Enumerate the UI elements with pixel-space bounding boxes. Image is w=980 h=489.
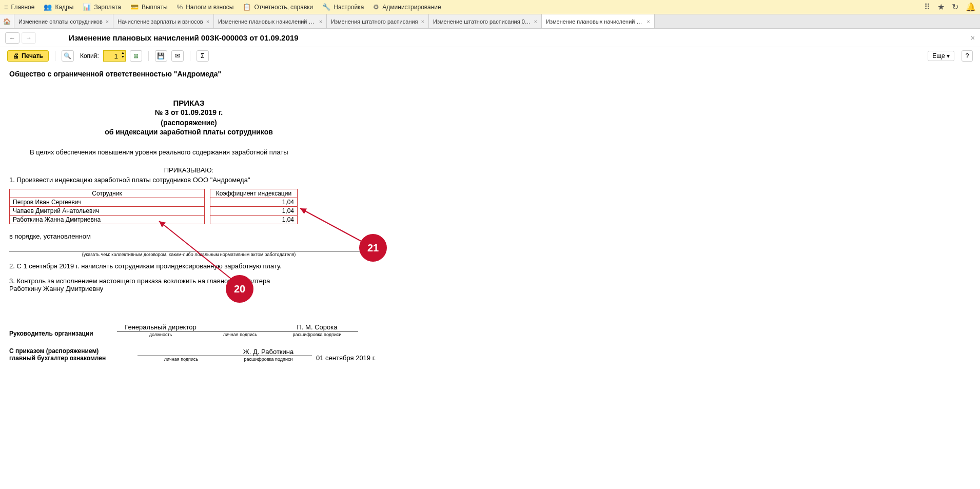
coef-cell: 1,04 <box>210 198 298 207</box>
tab-label: Изменение штатного расписания 00ЗК-00000… <box>433 18 531 25</box>
employee-cell: Чапаев Дмитрий Анатольевич <box>10 207 205 216</box>
preview-button[interactable]: 🔍 <box>62 50 74 62</box>
forward-button[interactable]: → <box>22 32 36 44</box>
sig2-name-value: Ж. Д. Работкина <box>225 348 312 356</box>
home-tab[interactable]: 🏠 <box>0 14 14 28</box>
copies-stepper[interactable]: ▲▼ <box>103 50 126 62</box>
tab-label: Изменение плановых начислений 00ЗК-00000… <box>218 18 316 25</box>
menu-label: Кадры <box>55 4 73 11</box>
menu-label: Главное <box>11 4 35 11</box>
tabs-bar: 🏠 Изменение оплаты сотрудников× Начислен… <box>0 14 980 29</box>
svg-line-0 <box>159 221 236 283</box>
mail-button[interactable]: ✉ <box>171 50 184 62</box>
document-content: Общество с ограниченной ответственностью… <box>0 65 980 367</box>
menu-label: Настройка <box>334 4 364 11</box>
separator <box>55 51 55 61</box>
printer-icon: 🖨 <box>13 52 19 60</box>
order-header: ПРИКАЗ № 3 от 01.09.2019 г. (распоряжени… <box>9 99 368 136</box>
sig-sign-line <box>204 323 276 331</box>
intro-text: В целях обеспечения повышения уровня реа… <box>9 148 971 156</box>
sig-name: П. М. Сорока расшифровка подписи <box>276 323 358 337</box>
more-button[interactable]: Еще ▾ <box>928 51 954 61</box>
close-icon[interactable]: × <box>421 18 424 25</box>
copies-label: Копий: <box>80 52 99 60</box>
tab-label: Изменение плановых начислений 00ЗК-00000… <box>546 18 644 25</box>
sig2-date: 01 сентября 2019 г. <box>312 354 394 362</box>
tab-item[interactable]: Изменение штатного расписания 00ЗК-00000… <box>429 14 542 28</box>
order-number: № 3 от 01.09.2019 г. <box>9 108 368 116</box>
menu-reports[interactable]: 📋Отчетность, справки <box>243 3 313 11</box>
tab-item[interactable]: Начисление зарплаты и взносов× <box>113 14 214 28</box>
tab-item[interactable]: Изменение плановых начислений 00ЗК-00000… <box>214 14 327 28</box>
menu-label: Зарплата <box>94 4 121 11</box>
wrench-icon: 🔧 <box>322 3 330 11</box>
document-scroll[interactable]: Общество с ограниченной ответственностью… <box>0 65 980 489</box>
bell-icon[interactable]: 🔔 <box>966 2 976 12</box>
item-1: 1. Произвести индексацию заработной плат… <box>9 176 971 184</box>
sum-button[interactable]: Σ <box>197 50 209 62</box>
menu-main[interactable]: ≡Главное <box>4 3 34 11</box>
percent-icon: % <box>177 3 183 11</box>
menu-taxes[interactable]: %Налоги и взносы <box>177 3 234 11</box>
tab-label: Изменение оплаты сотрудников <box>18 18 103 25</box>
clipboard-icon: 📋 <box>243 3 251 11</box>
employee-cell: Петров Иван Сергеевич <box>10 198 205 207</box>
nav-row: ← → Изменение плановых начислений 00ЗК-0… <box>0 29 980 47</box>
close-icon[interactable]: × <box>106 18 109 25</box>
annotation-bubble-21: 21 <box>359 234 387 262</box>
save-button[interactable]: 💾 <box>155 50 167 62</box>
sig2-label-2: главный бухгалтер ознакомлен <box>9 355 138 362</box>
order-title: ПРИКАЗ <box>9 99 368 107</box>
svg-line-1 <box>300 208 367 244</box>
menu-personnel[interactable]: 👥Кадры <box>44 3 73 11</box>
people-icon: 👥 <box>44 3 52 11</box>
close-icon[interactable]: × <box>647 18 650 25</box>
sig-position-sub: должность <box>117 332 204 337</box>
order-sub1: (распоряжение) <box>9 119 368 127</box>
sig-position: Генеральный директор должность <box>117 323 204 337</box>
sig2-label-1: С приказом (распоряжением) <box>9 347 138 355</box>
sig-sign-sub: личная подпись <box>204 332 276 337</box>
sig2-sign-line <box>138 348 225 356</box>
tab-item[interactable]: Изменения штатного расписания× <box>327 14 429 28</box>
sig2-name: Ж. Д. Работкина расшифровка подписи <box>225 348 312 362</box>
tab-item[interactable]: Изменение оплаты сотрудников× <box>14 14 113 28</box>
back-button[interactable]: ← <box>5 32 19 44</box>
help-button[interactable]: ? <box>962 50 973 62</box>
stepper-arrows[interactable]: ▲▼ <box>121 51 125 59</box>
col-employee-header: Сотрудник <box>10 189 205 198</box>
history-icon[interactable]: ↻ <box>952 2 958 12</box>
menu-label: Отчетность, справки <box>254 4 313 11</box>
tab-label: Изменения штатного расписания <box>331 18 418 25</box>
sig-sign: личная подпись <box>204 323 276 337</box>
order-word: ПРИКАЗЫВАЮ: <box>9 166 368 174</box>
sig-name-value: П. М. Сорока <box>276 323 358 331</box>
menu-admin[interactable]: ⚙Администрирование <box>373 3 441 11</box>
close-icon[interactable]: × <box>319 18 322 25</box>
sig-name-sub: расшифровка подписи <box>276 332 358 337</box>
menu-payments[interactable]: 💳Выплаты <box>130 3 168 11</box>
menu-label: Выплаты <box>142 4 168 11</box>
apps-icon[interactable]: ⠿ <box>924 2 930 12</box>
main-menu-bar: ≡Главное 👥Кадры 📊Зарплата 💳Выплаты %Нало… <box>0 0 980 14</box>
coef-cell: 1,04 <box>210 207 298 216</box>
close-icon[interactable]: × <box>534 18 537 25</box>
star-icon[interactable]: ★ <box>937 2 945 12</box>
sig2-sign-sub: личная подпись <box>138 357 225 362</box>
annotation-bubble-20: 20 <box>226 275 253 303</box>
sig2-label: С приказом (распоряжением) главный бухга… <box>9 347 138 362</box>
sig2-name-sub: расшифровка подписи <box>225 357 312 362</box>
excel-button[interactable]: ⊞ <box>130 50 142 62</box>
chart-icon: 📊 <box>83 3 91 11</box>
gear-icon: ⚙ <box>373 3 379 11</box>
sig-role-label: Руководитель организации <box>9 330 117 337</box>
menu-settings[interactable]: 🔧Настройка <box>322 3 364 11</box>
menu-label: Администрирование <box>382 4 441 11</box>
signature-block-1: Руководитель организации Генеральный дир… <box>9 323 971 337</box>
close-icon[interactable]: × <box>206 18 209 25</box>
tab-label: Начисление зарплаты и взносов <box>117 18 203 25</box>
tab-item-active[interactable]: Изменение плановых начислений 00ЗК-00000… <box>542 14 655 28</box>
close-page-button[interactable]: × <box>971 34 975 42</box>
print-button[interactable]: 🖨Печать <box>7 50 49 62</box>
menu-salary[interactable]: 📊Зарплата <box>83 3 121 11</box>
